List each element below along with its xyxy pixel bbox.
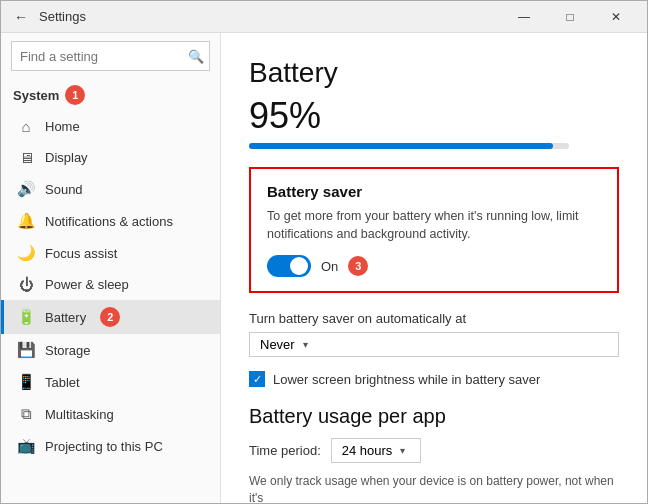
content-area: 🔍 System 1 ⌂ Home 🖥 Display 🔊 Sound 🔔 [1, 33, 647, 503]
window-title: Settings [39, 9, 86, 24]
sidebar-item-label: Display [45, 150, 88, 165]
toggle-label: On [321, 259, 338, 274]
focus-icon: 🌙 [17, 244, 35, 262]
time-period-value: 24 hours [342, 443, 393, 458]
sidebar-item-home[interactable]: ⌂ Home [1, 111, 220, 142]
time-period-row: Time period: 24 hours ▾ [249, 438, 619, 463]
sidebar-item-power[interactable]: ⏻ Power & sleep [1, 269, 220, 300]
search-icon: 🔍 [188, 49, 204, 64]
sidebar-item-projecting[interactable]: 📺 Projecting to this PC [1, 430, 220, 462]
titlebar: ← Settings — □ ✕ [1, 1, 647, 33]
sidebar-item-label: Focus assist [45, 246, 117, 261]
time-period-dropdown[interactable]: 24 hours ▾ [331, 438, 421, 463]
sidebar-item-notifications[interactable]: 🔔 Notifications & actions [1, 205, 220, 237]
brightness-checkbox[interactable]: ✓ [249, 371, 265, 387]
battery-bar-fill [249, 143, 553, 149]
notifications-icon: 🔔 [17, 212, 35, 230]
search-box[interactable]: 🔍 [11, 41, 210, 71]
battery-badge: 2 [100, 307, 120, 327]
projecting-icon: 📺 [17, 437, 35, 455]
settings-window: ← Settings — □ ✕ 🔍 System 1 ⌂ Home [0, 0, 648, 504]
main-content: Battery 95% Battery saver To get more fr… [221, 33, 647, 503]
battery-saver-description: To get more from your battery when it's … [267, 208, 601, 243]
display-icon: 🖥 [17, 149, 35, 166]
auto-saver-label: Turn battery saver on automatically at [249, 311, 619, 326]
maximize-button[interactable]: □ [547, 1, 593, 33]
sidebar-item-storage[interactable]: 💾 Storage [1, 334, 220, 366]
brightness-label: Lower screen brightness while in battery… [273, 372, 540, 387]
sidebar-item-label: Battery [45, 310, 86, 325]
sidebar-item-label: Notifications & actions [45, 214, 173, 229]
sidebar: 🔍 System 1 ⌂ Home 🖥 Display 🔊 Sound 🔔 [1, 33, 221, 503]
battery-percentage: 95% [249, 95, 619, 137]
sidebar-item-battery[interactable]: 🔋 Battery 2 [1, 300, 220, 334]
close-button[interactable]: ✕ [593, 1, 639, 33]
system-label: System [13, 88, 59, 103]
sidebar-item-label: Home [45, 119, 80, 134]
chevron-down-icon: ▾ [303, 339, 308, 350]
battery-icon: 🔋 [17, 308, 35, 326]
battery-bar [249, 143, 569, 149]
multitasking-icon: ⧉ [17, 405, 35, 423]
usage-note: We only track usage when your device is … [249, 473, 619, 503]
search-input[interactable] [20, 49, 188, 64]
home-icon: ⌂ [17, 118, 35, 135]
auto-saver-section: Turn battery saver on automatically at N… [249, 311, 619, 357]
brightness-checkbox-row: ✓ Lower screen brightness while in batte… [249, 371, 619, 387]
window-controls: — □ ✕ [501, 1, 639, 33]
chevron-down-icon: ▾ [400, 445, 405, 456]
page-title: Battery [249, 57, 619, 89]
auto-saver-value: Never [260, 337, 295, 352]
toggle-badge: 3 [348, 256, 368, 276]
sidebar-item-multitasking[interactable]: ⧉ Multitasking [1, 398, 220, 430]
sidebar-item-tablet[interactable]: 📱 Tablet [1, 366, 220, 398]
sound-icon: 🔊 [17, 180, 35, 198]
battery-saver-title: Battery saver [267, 183, 601, 200]
usage-section-title: Battery usage per app [249, 405, 619, 428]
checkmark-icon: ✓ [253, 373, 262, 386]
sidebar-item-focus[interactable]: 🌙 Focus assist [1, 237, 220, 269]
power-icon: ⏻ [17, 276, 35, 293]
system-badge: 1 [65, 85, 85, 105]
sidebar-item-display[interactable]: 🖥 Display [1, 142, 220, 173]
toggle-row: On 3 [267, 255, 601, 277]
minimize-button[interactable]: — [501, 1, 547, 33]
back-button[interactable]: ← [9, 5, 33, 29]
sidebar-item-sound[interactable]: 🔊 Sound [1, 173, 220, 205]
battery-saver-toggle[interactable] [267, 255, 311, 277]
storage-icon: 💾 [17, 341, 35, 359]
auto-saver-dropdown[interactable]: Never ▾ [249, 332, 619, 357]
sidebar-item-label: Storage [45, 343, 91, 358]
tablet-icon: 📱 [17, 373, 35, 391]
time-period-label: Time period: [249, 443, 321, 458]
sidebar-item-label: Tablet [45, 375, 80, 390]
battery-saver-box: Battery saver To get more from your batt… [249, 167, 619, 293]
sidebar-item-label: Multitasking [45, 407, 114, 422]
sidebar-item-label: Power & sleep [45, 277, 129, 292]
toggle-knob [290, 257, 308, 275]
sidebar-item-label: Projecting to this PC [45, 439, 163, 454]
sidebar-section-system[interactable]: System 1 [1, 79, 220, 111]
sidebar-item-label: Sound [45, 182, 83, 197]
